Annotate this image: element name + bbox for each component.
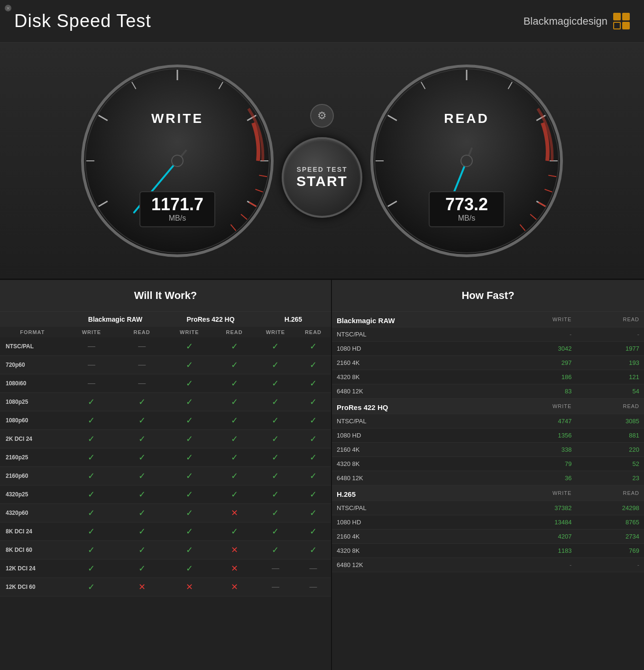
check-icon: ✓ bbox=[186, 564, 193, 573]
bmraw-write-cell: — bbox=[65, 356, 118, 374]
check-icon: ✓ bbox=[138, 471, 146, 481]
read-value-cell: 121 bbox=[576, 370, 644, 384]
check-icon: ✓ bbox=[231, 471, 238, 481]
write-col-header: WRITE bbox=[504, 399, 576, 414]
check-icon: ✓ bbox=[310, 453, 317, 462]
h265-write-cell: ✓ bbox=[256, 337, 295, 356]
table-row: 12K DCI 24 ✓ ✓ ✓ ✕ — — bbox=[0, 559, 331, 578]
bmraw-write-subheader: WRITE bbox=[65, 327, 118, 337]
bmraw-write-cell: ✓ bbox=[65, 559, 118, 578]
h265-header: H.265 bbox=[256, 312, 331, 327]
read-value-cell: - bbox=[576, 558, 644, 572]
format-cell: 8K DCI 60 bbox=[0, 541, 65, 559]
format-cell: 720p60 bbox=[0, 356, 65, 374]
check-icon: ✓ bbox=[272, 360, 279, 370]
format-cell: 1080p60 bbox=[0, 411, 65, 430]
table-row: 1080i60 — — ✓ ✓ ✓ ✓ bbox=[0, 374, 331, 393]
check-icon: ✓ bbox=[88, 490, 95, 499]
format-cell: 1080 HD bbox=[332, 515, 504, 530]
prores-read-cell: ✓ bbox=[213, 522, 255, 541]
bmraw-write-cell: ✓ bbox=[65, 448, 118, 467]
write-value-cell: 3042 bbox=[504, 342, 576, 356]
format-cell: 1080 HD bbox=[332, 428, 504, 443]
check-icon: ✓ bbox=[186, 416, 193, 425]
check-icon: ✓ bbox=[310, 416, 317, 425]
format-cell: NTSC/PAL bbox=[332, 501, 504, 515]
check-icon: ✓ bbox=[310, 471, 317, 481]
format-cell: 4320 8K bbox=[332, 544, 504, 558]
read-col-header: READ bbox=[576, 399, 644, 414]
check-icon: ✓ bbox=[231, 379, 238, 388]
list-item: 6480 12K 83 54 bbox=[332, 384, 644, 399]
table-row: 2160p60 ✓ ✓ ✓ ✓ ✓ ✓ bbox=[0, 467, 331, 485]
dash-icon: — bbox=[309, 583, 317, 591]
prores-read-cell: ✓ bbox=[213, 467, 255, 485]
prores-write-cell: ✓ bbox=[166, 430, 213, 448]
prores-read-cell: ✓ bbox=[213, 430, 255, 448]
close-button[interactable]: ✕ bbox=[5, 5, 11, 11]
dash-icon: — bbox=[138, 342, 146, 350]
section-label: H.265 bbox=[332, 485, 504, 501]
dash-icon: — bbox=[138, 379, 146, 387]
data-section: Will It Work? Blackmagic RAW ProRes 422 … bbox=[0, 280, 644, 670]
read-value-cell: 8765 bbox=[576, 515, 644, 530]
write-value-cell: 13484 bbox=[504, 515, 576, 530]
check-icon: ✓ bbox=[272, 379, 279, 388]
section-label: ProRes 422 HQ bbox=[332, 399, 504, 414]
cross-icon: ✕ bbox=[231, 564, 238, 573]
gear-button[interactable]: ⚙ bbox=[310, 104, 334, 128]
prores-read-cell: ✓ bbox=[213, 485, 255, 504]
start-button[interactable]: SPEED TEST START bbox=[282, 137, 362, 218]
h265-read-cell: ✓ bbox=[295, 522, 331, 541]
write-gauge: WRITE 1171.7 MB/s bbox=[73, 56, 282, 265]
check-icon: ✓ bbox=[88, 564, 95, 573]
h265-write-cell: ✓ bbox=[256, 522, 295, 541]
brand-square-1 bbox=[613, 13, 621, 20]
check-icon: ✓ bbox=[186, 379, 193, 388]
list-item: 6480 12K 36 23 bbox=[332, 471, 644, 485]
check-icon: ✓ bbox=[88, 471, 95, 481]
check-icon: ✓ bbox=[138, 564, 146, 573]
check-icon: ✓ bbox=[138, 453, 146, 462]
prores-write-cell: ✓ bbox=[166, 411, 213, 430]
list-item: 4320 8K 79 52 bbox=[332, 457, 644, 471]
check-icon: ✓ bbox=[272, 545, 279, 555]
how-fast-panel: How Fast? Blackmagic RAW WRITE READ NTSC… bbox=[332, 280, 644, 670]
check-icon: ✓ bbox=[88, 545, 95, 555]
check-icon: ✓ bbox=[138, 545, 146, 555]
dash-icon: — bbox=[88, 361, 95, 369]
check-icon: ✓ bbox=[186, 545, 193, 555]
list-item: NTSC/PAL 37382 24298 bbox=[332, 501, 644, 515]
check-icon: ✓ bbox=[186, 434, 193, 444]
read-value-cell: 881 bbox=[576, 428, 644, 443]
dash-icon: — bbox=[138, 361, 146, 369]
bmraw-read-cell: ✓ bbox=[118, 411, 166, 430]
bmraw-read-cell: ✓ bbox=[118, 467, 166, 485]
check-icon: ✓ bbox=[138, 434, 146, 444]
svg-text:WRITE: WRITE bbox=[151, 111, 203, 126]
section-header-row: H.265 WRITE READ bbox=[332, 485, 644, 501]
check-icon: ✓ bbox=[186, 397, 193, 407]
h265-write-cell: ✓ bbox=[256, 485, 295, 504]
list-item: NTSC/PAL 4747 3085 bbox=[332, 414, 644, 428]
prores-write-cell: ✓ bbox=[166, 337, 213, 356]
bmraw-read-cell: ✓ bbox=[118, 541, 166, 559]
check-icon: ✓ bbox=[272, 490, 279, 499]
bmraw-read-subheader: READ bbox=[118, 327, 166, 337]
will-it-work-table: Blackmagic RAW ProRes 422 HQ H.265 FORMA… bbox=[0, 312, 331, 596]
list-item: 6480 12K - - bbox=[332, 558, 644, 572]
format-subheader: FORMAT bbox=[0, 327, 65, 337]
dash-icon: — bbox=[88, 342, 95, 350]
bmraw-write-cell: ✓ bbox=[65, 541, 118, 559]
check-icon: ✓ bbox=[231, 397, 238, 407]
table-row: 8K DCI 60 ✓ ✓ ✓ ✕ ✓ ✓ bbox=[0, 541, 331, 559]
h265-read-cell: ✓ bbox=[295, 485, 331, 504]
h265-read-cell: ✓ bbox=[295, 467, 331, 485]
dash-icon: — bbox=[88, 379, 95, 387]
format-cell: 4320p25 bbox=[0, 485, 65, 504]
check-icon: ✓ bbox=[88, 397, 95, 407]
h265-write-cell: ✓ bbox=[256, 448, 295, 467]
h265-write-cell: ✓ bbox=[256, 374, 295, 393]
will-it-work-title: Will It Work? bbox=[0, 280, 331, 312]
check-icon: ✓ bbox=[186, 527, 193, 536]
